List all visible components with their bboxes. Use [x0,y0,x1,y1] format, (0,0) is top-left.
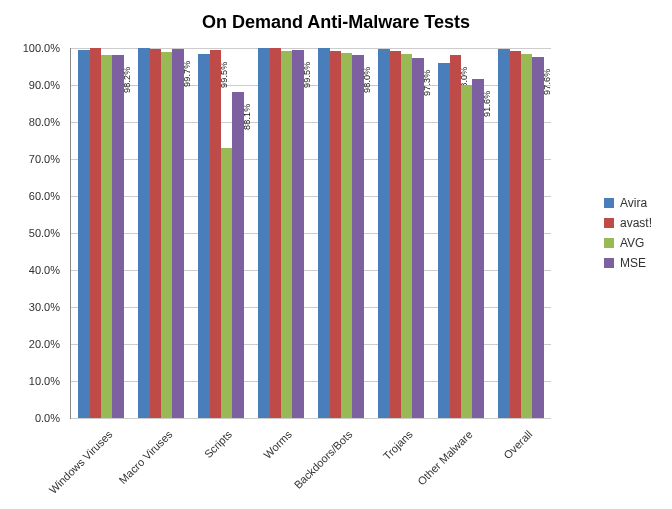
legend-item-avast: avast! [604,216,652,230]
x-category-label: Overall [501,428,534,461]
legend-swatch [604,258,614,268]
bar-mse-7 [532,57,543,418]
bar-avast-1 [150,49,161,418]
bar-avg-2 [221,148,232,418]
bar-avira-5 [378,49,389,418]
bar-avira-7 [498,49,509,418]
legend: Aviraavast!AVGMSE [604,190,652,276]
bar-avg-0 [101,55,112,418]
bar-avg-1 [161,52,172,418]
bar-avira-3 [258,48,269,418]
x-category-label: Other Malware [415,428,474,487]
legend-item-avg: AVG [604,236,652,250]
y-tick-label: 60.0% [4,190,60,202]
bar-avg-6 [461,85,472,418]
bar-avira-0 [78,50,89,418]
bar-mse-2 [232,92,243,418]
x-category-label: Scripts [202,428,234,460]
bar-value-label: 98.0% [362,67,372,94]
bar-mse-3 [292,50,303,418]
bar-avira-6 [438,63,449,418]
y-tick-label: 90.0% [4,79,60,91]
y-tick-label: 70.0% [4,153,60,165]
bar-avast-7 [510,51,521,418]
bar-value-label: 88.1% [242,103,252,130]
bar-avast-2 [210,50,221,418]
legend-label: MSE [620,256,646,270]
y-tick-label: 20.0% [4,338,60,350]
bar-avg-3 [281,51,292,418]
y-tick-label: 80.0% [4,116,60,128]
legend-label: avast! [620,216,652,230]
bar-value-label: 99.7% [182,61,192,88]
bar-avg-4 [341,53,352,418]
plot-area: 99.4%99.9%98.1%98.2%100.0%99.7%98.8%99.7… [70,48,551,419]
legend-swatch [604,238,614,248]
bar-avg-7 [521,54,532,418]
y-tick-label: 40.0% [4,264,60,276]
bar-mse-1 [172,49,183,418]
x-category-label: Trojans [380,428,414,462]
bar-value-label: 91.6% [482,91,492,118]
bar-mse-0 [112,55,123,418]
bar-avast-5 [390,51,401,418]
x-category-label: Macro Viruses [116,428,174,486]
chart-container: On Demand Anti-Malware Tests 99.4%99.9%9… [0,0,672,509]
y-tick-label: 0.0% [4,412,60,424]
y-tick-label: 50.0% [4,227,60,239]
x-category-label: Backdoors/Bots [292,428,355,491]
bar-mse-4 [352,55,363,418]
y-tick-label: 100.0% [4,42,60,54]
y-tick-label: 30.0% [4,301,60,313]
bar-mse-5 [412,58,423,418]
bar-value-label: 99.5% [302,61,312,88]
bar-mse-6 [472,79,483,418]
x-category-label: Windows Viruses [46,428,114,496]
y-tick-label: 10.0% [4,375,60,387]
bar-avira-4 [318,48,329,418]
bar-avast-6 [450,55,461,418]
bar-avira-1 [138,48,149,418]
x-category-label: Worms [262,428,295,461]
chart-title: On Demand Anti-Malware Tests [0,12,672,33]
bar-avira-2 [198,54,209,418]
legend-label: Avira [620,196,647,210]
bar-avast-3 [270,48,281,418]
legend-item-avira: Avira [604,196,652,210]
legend-item-mse: MSE [604,256,652,270]
bar-avg-5 [401,54,412,418]
bar-value-label: 99.5% [219,61,229,88]
legend-swatch [604,198,614,208]
legend-label: AVG [620,236,644,250]
bar-avast-0 [90,48,101,418]
grid-line [71,418,551,419]
bar-value-label: 97.6% [542,68,552,95]
bar-value-label: 98.2% [122,66,132,93]
legend-swatch [604,218,614,228]
bar-value-label: 97.3% [422,69,432,96]
bar-avast-4 [330,51,341,418]
